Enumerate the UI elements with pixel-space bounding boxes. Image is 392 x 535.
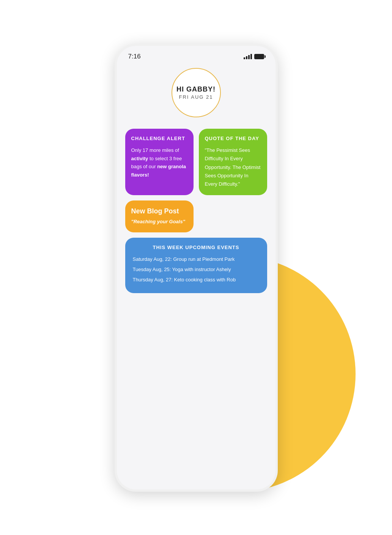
events-card-title: THIS WEEK UPCOMING EVENTS — [133, 245, 260, 250]
events-card[interactable]: THIS WEEK UPCOMING EVENTS Saturday Aug, … — [125, 238, 267, 293]
challenge-card[interactable]: CHALLENGE ALERT Only 17 more miles of ac… — [125, 129, 194, 195]
signal-icon — [244, 54, 252, 59]
phone-screen: 7:16 HI GABBY! FRI AUG 21 — [117, 46, 276, 489]
quote-card-title: QUOTE OF THE DAY — [205, 136, 261, 142]
date-line: FRI AUG 21 — [176, 94, 216, 100]
hi-name: HI GABBY! — [176, 85, 216, 93]
greeting-section: HI GABBY! FRI AUG 21 — [117, 64, 276, 125]
blog-card-title: New Blog Post — [131, 207, 187, 215]
challenge-card-title: CHALLENGE ALERT — [131, 136, 187, 142]
status-bar: 7:16 — [117, 46, 276, 64]
challenge-card-body: Only 17 more miles of activity to select… — [131, 146, 187, 179]
event-item-2: Tuesday Aug, 25: Yoga with instructor As… — [133, 266, 260, 274]
blog-card[interactable]: New Blog Post "Reaching your Goals" — [125, 200, 194, 232]
battery-icon — [254, 54, 264, 59]
greeting-text: HI GABBY! FRI AUG 21 — [176, 85, 216, 100]
quote-card[interactable]: QUOTE OF THE DAY "The Pessimist Sees Dif… — [199, 129, 267, 195]
scene: 7:16 HI GABBY! FRI AUG 21 — [25, 21, 367, 514]
status-icons — [244, 54, 264, 59]
event-item-3: Thursday Aug, 27: Keto cooking class wit… — [133, 276, 260, 284]
event-item-1: Saturday Aug, 22: Group run at Piedmont … — [133, 256, 260, 264]
phone-frame: 7:16 HI GABBY! FRI AUG 21 — [115, 44, 278, 492]
quote-card-body: "The Pessimist Sees Difficulty In Every … — [205, 146, 261, 188]
status-time: 7:16 — [128, 53, 141, 60]
avatar-circle: HI GABBY! FRI AUG 21 — [172, 68, 221, 117]
blog-card-subtitle: "Reaching your Goals" — [131, 218, 187, 226]
cards-grid: CHALLENGE ALERT Only 17 more miles of ac… — [117, 125, 276, 238]
